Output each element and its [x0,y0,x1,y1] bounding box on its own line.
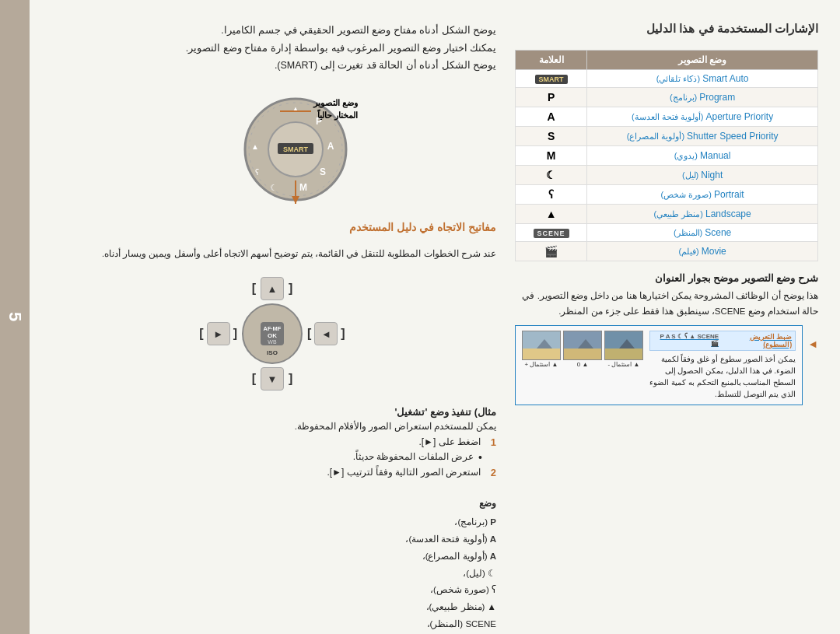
dial-diagram: وضع التصوير المختار حالياً [48,89,496,207]
svg-text:SMART: SMART [283,145,308,153]
table-row: Program (برنامج)P [516,88,818,107]
bracket-right-close: ] [199,327,203,341]
mode-moon: ☾ (ليل)، [48,566,496,583]
table-row: Portrait (صورة شخص)ʕ [516,185,818,205]
example-title: مثال) تنفيذ وضع 'تشغيل' [48,406,496,418]
mode-list: وضع P (برنامج)، A (أولوية فتحة العدسة)، … [48,496,496,634]
table-cell-mode: Landscape (منظر طبيعي) [587,205,818,224]
table-cell-mode: Night (ليل) [587,166,818,185]
table-cell-symbol: ☾ [516,166,587,185]
arrows-top-row: [ ▲ ] [252,277,293,300]
table-cell-mode: Smart Auto (ذكاء تلقائي) [587,70,818,88]
arrows-middle-row: [ ◄ ] AF·MF OK WB ISO [ ► ] [199,302,345,366]
table-cell-symbol: S [516,127,587,146]
svg-text:M: M [299,182,307,193]
lower-section-body: هذا يوضح أن الوظائف المشروحة يمكن اختيار… [515,289,818,319]
page: 5 يوضح الشكل أدناه مفتاح وضع التصوير الح… [0,0,840,634]
mode-a1: A (أولوية فتحة العدسة)، [48,531,496,548]
intro-text-1: يوضح الشكل أدناه مفتاح وضع التصوير الحقي… [48,22,496,75]
table-cell-mode: Aperture Priority (أولوية فتحة العدسة) [587,107,818,127]
img-3-caption: ▲ استثمال + [524,361,558,368]
img-2-caption: ▲ 0 [577,361,589,368]
table-cell-mode: Manual (يدوي) [587,146,818,166]
left-column: يوضح الشكل أدناه مفتاح وضع التصوير الحقي… [48,22,496,620]
table-row: Aperture Priority (أولوية فتحة العدسة)A [516,107,818,127]
img-3-wrapper: ▲ استثمال + [522,331,561,368]
example-desc: يمكن للمستخدم استعراض الصور والأفلام الم… [48,421,496,432]
example-section: مثال) تنفيذ وضع 'تشغيل' يمكن للمستخدم اس… [48,406,496,482]
lower-section-title: شرح وضع التصوير موضح بجوار العنوان [515,272,818,284]
info-box-content: ضبط التعريض (السطوع) P A S ☾ ʕ ▲ SCENE 🎬… [649,331,796,400]
mode-p: P (برنامج)، [48,514,496,531]
table-row: Manual (يدوي)M [516,146,818,166]
right-column: الإشارات المستخدمة في هذا الدليل وضع الت… [515,22,818,620]
step-1-bullet: • عرض الملفات المحفوظة حديثاً. [48,451,496,464]
bracket-top-close: ] [252,282,256,296]
svg-rect-22 [604,349,642,360]
arrows-bottom-row: [ ▼ ] [252,367,293,391]
bracket-bottom-open: [ [289,372,292,386]
col-symbol-header: العلامة [516,51,587,70]
svg-text:AF·MF: AF·MF [264,325,282,332]
table-row: Landscape (منظر طبيعي)▲ [516,205,818,224]
table-cell-mode: Program (برنامج) [587,88,818,107]
step-1-num: 1 [485,436,496,448]
info-bar-modes: P A S ☾ ʕ ▲ SCENE 🎬 [653,333,719,349]
page-tab-number: 5 [0,0,30,634]
info-box-title: ضبط التعريض (السطوع) P A S ☾ ʕ ▲ SCENE 🎬 [649,331,796,351]
svg-text:▲: ▲ [251,142,259,151]
bracket-left-close: ] [307,327,311,341]
img-2-wrapper: ▲ 0 [563,331,602,368]
svg-text:ISO: ISO [267,349,278,356]
info-box-wrapper: ◄ ضبط التعريض (السطوع) P A S ☾ ʕ ▲ SCENE… [515,325,818,405]
table-cell-symbol: ʕ [516,185,587,205]
info-img-2 [563,331,602,360]
bracket-left-open: [ [341,327,345,341]
bracket-top: [ [289,282,292,296]
table-cell-symbol: ▲ [516,205,587,224]
down-arrow-btn[interactable]: ▼ [261,367,284,391]
svg-rect-28 [522,349,560,360]
dial-label-line1: وضع التصوير [313,98,358,107]
bracket-right-open: [ [233,327,237,341]
table-row: Smart Auto (ذكاء تلقائي)SMART [516,70,818,88]
table-cell-mode: Scene (المنظر) [587,224,818,242]
main-content: يوضح الشكل أدناه مفتاح وضع التصوير الحقي… [30,0,840,634]
table-cell-symbol: A [516,107,587,127]
step-2-action: استعرض الصور التالية وفقاً لترتيب [►]. [327,467,481,478]
mode-person: ʕ (صورة شخص)، [48,582,496,599]
step-1-bullet-text: عرض الملفات المحفوظة حديثاً. [353,451,474,462]
right-arrow-btn[interactable]: ► [207,322,230,345]
info-pointer-arrow: ◄ [807,338,818,350]
info-bar-text: ضبط التعريض (السطوع) [722,333,792,349]
img-1-wrapper: ▲ استثمال - [604,331,643,368]
table-cell-symbol: SCENE [516,224,587,242]
svg-text:OK: OK [268,332,277,339]
mode-scene: SCENE (المنظر)، [48,616,496,633]
bracket-bottom-close: ] [252,372,256,386]
info-img-1 [604,331,643,360]
bullet-dot: • [478,451,482,464]
svg-text:S: S [320,166,326,177]
table-title: الإشارات المستخدمة في هذا الدليل [515,22,818,39]
step-1: 1 اضغط على [►]. [48,436,496,448]
svg-text:☾: ☾ [270,183,278,192]
col-mode-header: وضع التصوير [587,51,818,70]
table-cell-mode: Shutter Speed Priority (أولوية المصراع) [587,127,818,146]
table-row: Movie (فيلم)🎬 [516,242,818,261]
nav-keys-desc: عند شرح الخطوات المطلوبة للتنقل في القائ… [48,246,496,262]
table-row: Shutter Speed Priority (أولوية المصراع)S [516,127,818,146]
info-box: ضبط التعريض (السطوع) P A S ☾ ʕ ▲ SCENE 🎬… [515,325,803,405]
table-cell-mode: Portrait (صورة شخص) [587,185,818,205]
mode-mountain: ▲ (منظر طبيعي)، [48,599,496,616]
table-row: Scene (المنظر)SCENE [516,224,818,242]
left-arrow-btn[interactable]: ◄ [314,322,338,345]
svg-rect-25 [563,349,601,360]
arrow-keys-diagram: [ ▲ ] [ ◄ ] AF·MF OK WB ISO [48,277,496,391]
info-img-3 [522,331,561,360]
up-arrow-btn[interactable]: ▲ [261,277,284,300]
table-cell-symbol: SMART [516,70,587,88]
table-cell-symbol: P [516,88,587,107]
table-cell-mode: Movie (فيلم) [587,242,818,261]
lower-right-section: شرح وضع التصوير موضح بجوار العنوان هذا ي… [515,272,818,405]
